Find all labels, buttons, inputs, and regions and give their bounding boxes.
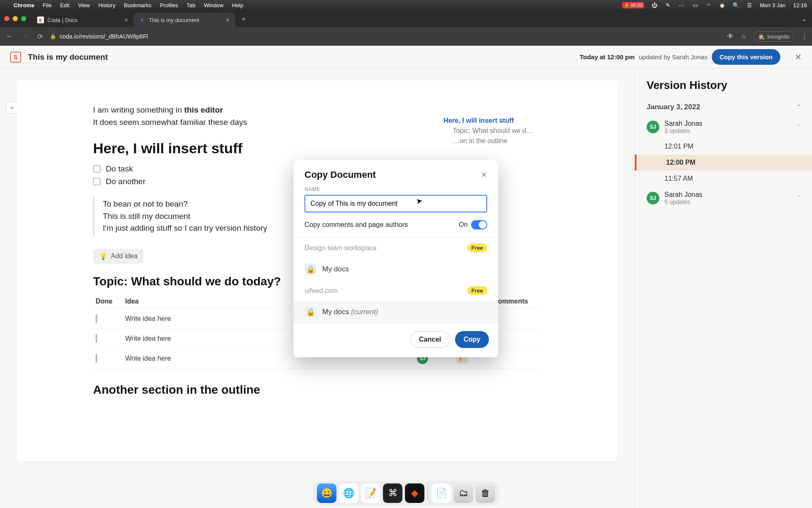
workspace-header: uifeed.comFree [294, 280, 498, 301]
checkbox-icon[interactable] [96, 354, 97, 363]
checkbox-label: Do task [106, 164, 133, 174]
menubar-time[interactable]: 12:16 [793, 2, 807, 8]
minimize-window-icon[interactable] [13, 16, 18, 21]
browser-tab-active[interactable]: ⇅ This is my document ✕ [134, 13, 235, 27]
location-option-selected[interactable]: 🔒 My docs (current) [294, 301, 498, 323]
bookmark-star-icon[interactable]: ☆ [741, 33, 746, 41]
location-option[interactable]: 🔒 My docs [294, 258, 498, 280]
dock-notes-icon[interactable]: 📝 [361, 483, 381, 503]
avatar: SJ [647, 121, 659, 133]
menu-view[interactable]: View [78, 2, 90, 8]
dock-terminal-icon[interactable]: ⌘ [383, 483, 403, 503]
close-tab-icon[interactable]: ✕ [225, 17, 230, 23]
vh-time[interactable]: 11:57 AM [635, 171, 812, 187]
col-comments[interactable]: Comments [491, 294, 541, 309]
plan-badge: Free [467, 243, 487, 252]
vh-entry[interactable]: SJ Sarah Jonas 3 updates ˄ [635, 116, 812, 138]
statusbar-icon[interactable]: ✎ [665, 2, 671, 8]
page-outline[interactable]: Here, I will insert stuff Topic: What sh… [444, 117, 533, 145]
doc-name-input[interactable] [304, 195, 487, 213]
siri-icon[interactable]: ☰ [746, 2, 752, 8]
col-done[interactable]: Done [93, 294, 123, 309]
checkbox-label: Do another [106, 177, 145, 186]
url-text: coda.io/revisions/_dBhAUW8p6Fl [60, 33, 148, 40]
browser-tab[interactable]: ◧ Coda | Docs ✕ [32, 13, 134, 27]
menubar-date[interactable]: Mon 3 Jan [760, 2, 786, 8]
menu-history[interactable]: History [98, 2, 115, 8]
vh-entry[interactable]: SJ Sarah Jonas 5 updates ˅ [635, 187, 812, 210]
dock-finder-icon[interactable]: 😀 [317, 483, 337, 503]
battery-icon[interactable]: ▭ [692, 2, 698, 8]
heading: Another section in the outline [93, 383, 541, 397]
cancel-button[interactable]: Cancel [410, 331, 450, 348]
vh-update-count: 3 updates [664, 127, 702, 134]
expand-sidebar-button[interactable]: » [6, 102, 18, 113]
new-tab-button[interactable]: ＋ [238, 13, 250, 25]
menu-edit[interactable]: Edit [60, 2, 69, 8]
wifi-icon[interactable]: ⌔ [706, 2, 712, 8]
copy-button[interactable]: Copy [455, 331, 489, 348]
incognito-icon: 🕵 [758, 33, 765, 40]
tab-overflow-icon[interactable]: ⌄ [801, 15, 807, 23]
modal-title: Copy Document [304, 169, 376, 180]
dock-app-icon[interactable]: 🗂 [454, 483, 473, 503]
menu-help[interactable]: Help [232, 2, 244, 8]
plan-badge: Free [467, 286, 487, 295]
outline-item[interactable]: …on in the outline [453, 137, 533, 145]
close-window-icon[interactable] [4, 16, 9, 21]
incognito-label: Incognito [767, 33, 790, 40]
zoom-window-icon[interactable] [21, 16, 26, 21]
address-bar[interactable]: 🔒 coda.io/revisions/_dBhAUW8p6Fl [50, 33, 148, 40]
toggle-label: Copy comments and page authors [304, 221, 408, 229]
close-tab-icon[interactable]: ✕ [124, 17, 129, 23]
window-traffic-lights[interactable] [4, 16, 26, 21]
checkbox-icon[interactable] [93, 165, 101, 173]
close-modal-icon[interactable]: ✕ [481, 170, 487, 179]
battery-status-icon[interactable]: ⚡00:33 [622, 2, 644, 8]
chrome-menu-icon[interactable]: ⋮ [801, 33, 808, 41]
lock-icon[interactable]: 🔒 [50, 33, 56, 39]
menu-window[interactable]: Window [204, 2, 223, 8]
copy-version-button[interactable]: Copy this version [712, 49, 780, 65]
revision-author: updated by Sarah Jonas [639, 53, 708, 61]
spotlight-icon[interactable]: 🔍 [733, 2, 739, 8]
tab-title: This is my document [149, 17, 199, 23]
chevron-down-icon[interactable]: ˅ [797, 195, 800, 202]
menu-profiles[interactable]: Profiles [160, 2, 178, 8]
tab-title: Coda | Docs [47, 17, 77, 23]
incognito-badge[interactable]: 🕵 Incognito [753, 31, 794, 42]
menu-tab[interactable]: Tab [187, 2, 195, 8]
close-revisions-icon[interactable]: ✕ [795, 52, 802, 62]
chevron-up-icon[interactable]: ˄ [797, 104, 800, 110]
control-center-icon[interactable]: ◉ [719, 2, 725, 8]
dock-trash-icon[interactable]: 🗑 [476, 483, 495, 503]
statusbar-icon[interactable]: ⏻ [652, 2, 658, 8]
dock-figma-icon[interactable]: ◆ [405, 483, 425, 503]
checkbox-icon[interactable] [93, 178, 101, 185]
dock-app-icon[interactable]: 📄 [432, 483, 451, 503]
outline-item[interactable]: Topic: What should we d… [453, 127, 533, 135]
statusbar-icon[interactable]: ⋯ [679, 2, 685, 8]
outline-item[interactable]: Here, I will insert stuff [444, 117, 533, 124]
vh-author: Sarah Jonas [664, 120, 702, 127]
checkbox-icon[interactable] [96, 334, 97, 343]
menubar-app-name[interactable]: Chrome [14, 2, 34, 8]
vh-date-group[interactable]: January 3, 2022˄ [635, 99, 812, 116]
toggle-switch[interactable] [471, 220, 487, 229]
doc-icon[interactable]: ⇅ [10, 52, 21, 63]
checkbox-icon[interactable] [96, 314, 97, 323]
workspace-header: Design team workspaceFree [294, 237, 498, 258]
chevron-up-icon[interactable]: ˄ [797, 124, 800, 130]
back-button[interactable]: ← [4, 31, 14, 41]
menu-file[interactable]: File [43, 2, 52, 8]
toggle-state: On [459, 221, 468, 229]
favicon-icon: ◧ [37, 17, 44, 23]
dock-chrome-icon[interactable]: 🌐 [339, 483, 359, 503]
add-idea-button[interactable]: 💡Add idea [93, 249, 143, 264]
eye-off-icon[interactable]: 👁 [727, 33, 734, 40]
page-viewport: ⇅ This is my document Today at 12:00 pm … [0, 46, 812, 508]
menu-bookmarks[interactable]: Bookmarks [124, 2, 151, 8]
vh-time-selected[interactable]: 12:00 PM [635, 155, 812, 171]
vh-time[interactable]: 12:01 PM [635, 138, 812, 155]
reload-button[interactable]: ⟳ [35, 31, 45, 41]
